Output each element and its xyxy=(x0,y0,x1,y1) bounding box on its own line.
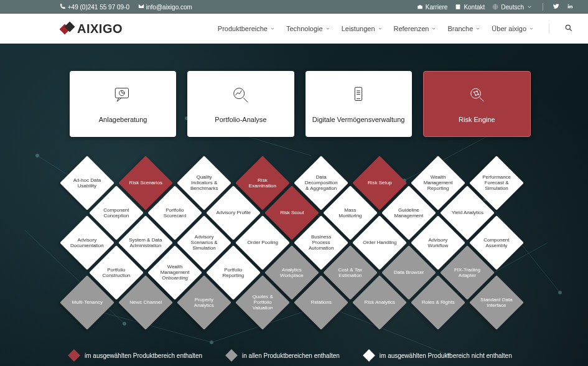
svg-point-14 xyxy=(35,154,39,157)
product-area-cards: Anlageberatung Portfolio-Analyse Digital… xyxy=(70,71,531,137)
nav-search[interactable] xyxy=(564,24,573,34)
topbar-contact[interactable]: Kontakt xyxy=(455,4,485,11)
diamond: Roles & Rights xyxy=(411,275,465,330)
nav-branche[interactable]: Branche xyxy=(447,25,480,32)
capability-tile[interactable]: News Channel xyxy=(119,276,172,329)
chevron-down-icon xyxy=(475,26,480,31)
twitter-icon xyxy=(553,3,559,9)
nav-referenzen[interactable]: Referenzen xyxy=(394,25,437,32)
chevron-down-icon xyxy=(431,26,436,31)
capability-tile[interactable]: Standard Data Interface xyxy=(470,276,523,329)
topbar-email[interactable]: info@aixigo.com xyxy=(138,3,192,11)
legend-gray: in allen Produktbereichen enthalten xyxy=(227,351,340,360)
mobile-coins-icon xyxy=(348,85,369,108)
chevron-down-icon xyxy=(270,26,275,31)
linkedin-link[interactable] xyxy=(567,3,573,11)
card-digitale-vermoegensverwaltung[interactable]: Digitale Vermögensverwaltung xyxy=(306,71,412,137)
briefcase-icon xyxy=(417,4,423,10)
capability-label: Standard Data Interface xyxy=(477,297,516,308)
capability-label: Order Handling xyxy=(360,240,399,245)
legend: im ausgewählten Produktbereich enthalten… xyxy=(70,351,538,360)
chevron-down-icon xyxy=(378,26,383,31)
card-portfolio-analyse[interactable]: Portfolio-Analyse xyxy=(187,71,294,137)
legend-red-label: im ausgewählten Produktbereich enthalten xyxy=(85,352,202,359)
email-text: info@aixigo.com xyxy=(146,4,192,11)
capability-tile[interactable]: Multi-Tenancy xyxy=(61,276,113,329)
chat-chart-icon xyxy=(113,85,134,108)
card-label: Anlageberatung xyxy=(99,116,147,123)
svg-point-1 xyxy=(566,25,570,29)
card-label: Digitale Vermögensverwaltung xyxy=(312,116,405,123)
card-risk-engine[interactable]: Risk Engine xyxy=(423,71,531,137)
capability-tile[interactable]: Property Analytics xyxy=(178,276,230,329)
card-label: Portfolio-Analyse xyxy=(215,116,266,123)
svg-point-19 xyxy=(558,291,562,294)
chevron-down-icon xyxy=(529,26,534,31)
header: aixigo Produktbereiche Technologie Leist… xyxy=(0,14,588,44)
phone-text: +49 (0)241 55 97 09-0 xyxy=(68,4,129,11)
divider xyxy=(543,3,543,11)
twitter-link[interactable] xyxy=(553,3,559,11)
capability-label: Quotes & Portfolio Valuation xyxy=(243,294,282,311)
divider xyxy=(549,24,549,34)
capability-label: Risk Setup xyxy=(360,180,399,185)
linkedin-icon xyxy=(567,3,573,9)
legend-swatch-gray xyxy=(225,349,238,362)
logo-mark xyxy=(60,22,73,35)
capability-tile[interactable]: Relations xyxy=(295,276,347,329)
legend-swatch-white xyxy=(363,349,375,362)
capability-label: Advisory Profile xyxy=(214,210,253,215)
capability-tile[interactable]: Quotes & Portfolio Valuation xyxy=(236,276,289,329)
legend-swatch-red xyxy=(68,349,80,362)
email-icon xyxy=(138,3,144,9)
diamond: Quotes & Portfolio Valuation xyxy=(235,275,290,330)
nav-ueber-aixigo[interactable]: Über aixigo xyxy=(492,25,534,32)
svg-point-34 xyxy=(471,88,481,98)
capability-label: Property Analytics xyxy=(185,297,223,308)
main-nav: Produktbereiche Technologie Leistungen R… xyxy=(218,24,573,34)
search-icon xyxy=(564,24,573,32)
chevron-down-icon xyxy=(325,26,330,31)
diamond: Multi-Tenancy xyxy=(60,275,114,330)
capability-tile[interactable]: Risk Analytics xyxy=(353,276,406,329)
chevron-down-icon xyxy=(526,4,533,10)
brand-logo[interactable]: aixigo xyxy=(60,22,123,36)
capability-label: Yield Analytics xyxy=(448,210,487,215)
capability-label: Roles & Rights xyxy=(419,299,457,305)
legend-white: im ausgewählten Produktbereich nicht ent… xyxy=(365,351,512,360)
topbar-phone[interactable]: +49 (0)241 55 97 09-0 xyxy=(60,3,129,11)
phone-icon xyxy=(60,3,66,9)
legend-gray-label: in allen Produktbereichen enthalten xyxy=(242,352,340,359)
hero: Anlageberatung Portfolio-Analyse Digital… xyxy=(0,44,588,366)
nav-produktbereiche[interactable]: Produktbereiche xyxy=(218,25,275,32)
capability-label: Multi-Tenancy xyxy=(68,299,106,305)
globe-icon xyxy=(492,4,498,10)
capabilities-grid: Ad-hoc Data UsabilityRisk ScenariosQuali… xyxy=(61,157,534,344)
legend-white-label: im ausgewählten Produktbereich nicht ent… xyxy=(380,352,512,359)
capability-label: News Channel xyxy=(126,299,165,305)
topbar-career[interactable]: Karriere xyxy=(417,4,448,11)
capability-tile[interactable]: Roles & Rights xyxy=(412,276,464,329)
topbar-language[interactable]: Deutsch xyxy=(492,4,533,11)
diamond: Property Analytics xyxy=(177,275,231,330)
brand-text: aixigo xyxy=(77,22,123,36)
diamond: Standard Data Interface xyxy=(469,275,524,330)
capability-label: Risk Scout xyxy=(273,210,311,215)
magnifier-trend-icon xyxy=(230,85,251,108)
diamond: Risk Analytics xyxy=(352,275,407,330)
contact-icon xyxy=(455,4,461,10)
capability-label: Relations xyxy=(302,299,340,305)
nav-leistungen[interactable]: Leistungen xyxy=(342,25,383,32)
legend-red: im ausgewählten Produktbereich enthalten xyxy=(70,351,202,360)
capability-label: Risk Scenarios xyxy=(126,180,165,185)
diamond: News Channel xyxy=(118,275,173,330)
card-anlageberatung[interactable]: Anlageberatung xyxy=(70,71,176,137)
capability-label: Data Browser xyxy=(390,270,428,275)
risk-magnifier-icon xyxy=(466,85,487,108)
diamond: Relations xyxy=(294,275,348,330)
topbar: +49 (0)241 55 97 09-0 info@aixigo.com Ka… xyxy=(0,0,588,14)
capability-label: Risk Analytics xyxy=(360,299,399,305)
capability-label: Order Pooling xyxy=(243,240,282,245)
nav-technologie[interactable]: Technologie xyxy=(286,25,330,32)
card-label: Risk Engine xyxy=(459,116,495,123)
